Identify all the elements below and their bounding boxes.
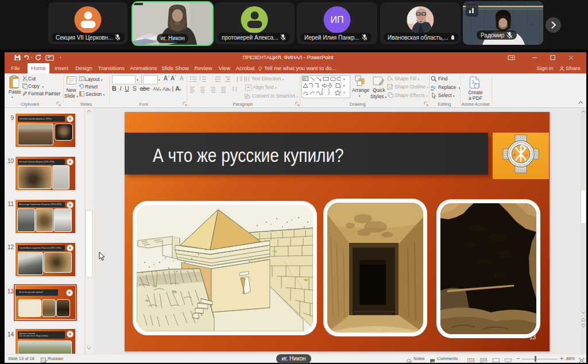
svg-text:A: A	[304, 77, 306, 80]
svg-text:А: А	[513, 153, 516, 157]
svg-text:2: 2	[199, 78, 201, 81]
svg-text:ω: ω	[525, 153, 528, 157]
